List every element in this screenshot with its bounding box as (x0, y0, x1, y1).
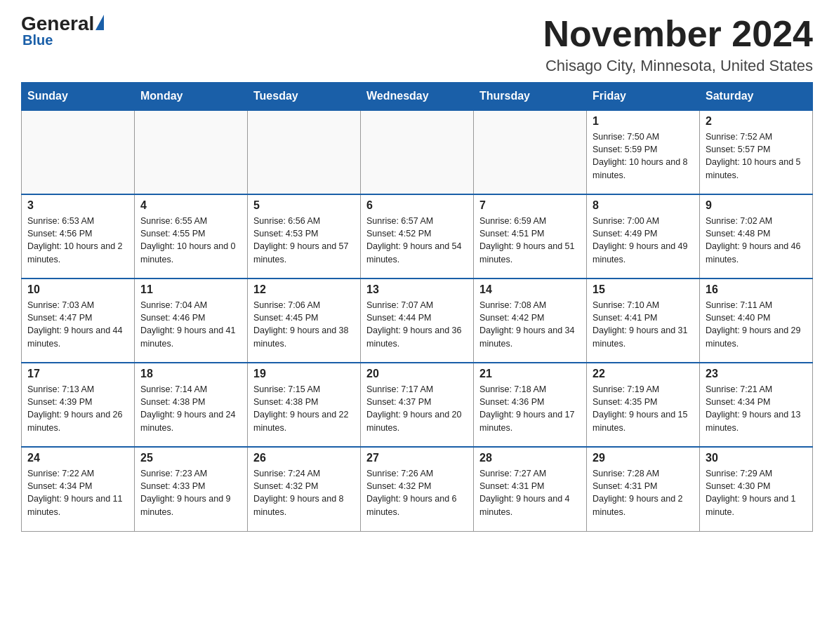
calendar-cell: 17Sunrise: 7:13 AM Sunset: 4:39 PM Dayli… (22, 363, 135, 447)
logo-general-text: General (21, 14, 94, 34)
day-number: 20 (366, 368, 468, 380)
day-info: Sunrise: 7:18 AM Sunset: 4:36 PM Dayligh… (479, 383, 581, 434)
day-info: Sunrise: 7:02 AM Sunset: 4:48 PM Dayligh… (706, 215, 807, 266)
calendar-header-thursday: Thursday (474, 83, 587, 111)
calendar-cell: 12Sunrise: 7:06 AM Sunset: 4:45 PM Dayli… (248, 279, 361, 363)
logo-blue-text: Blue (22, 32, 53, 48)
day-number: 25 (140, 452, 241, 464)
calendar-cell: 20Sunrise: 7:17 AM Sunset: 4:37 PM Dayli… (361, 363, 474, 447)
day-number: 28 (479, 452, 581, 464)
calendar-cell: 29Sunrise: 7:28 AM Sunset: 4:31 PM Dayli… (587, 447, 700, 531)
calendar-cell: 25Sunrise: 7:23 AM Sunset: 4:33 PM Dayli… (135, 447, 248, 531)
day-info: Sunrise: 6:53 AM Sunset: 4:56 PM Dayligh… (27, 215, 128, 266)
day-number: 12 (253, 283, 355, 296)
calendar-cell: 19Sunrise: 7:15 AM Sunset: 4:38 PM Dayli… (248, 363, 361, 447)
calendar-cell: 26Sunrise: 7:24 AM Sunset: 4:32 PM Dayli… (248, 447, 361, 531)
calendar-cell: 22Sunrise: 7:19 AM Sunset: 4:35 PM Dayli… (587, 363, 700, 447)
calendar-week-row: 1Sunrise: 7:50 AM Sunset: 5:59 PM Daylig… (22, 110, 813, 194)
calendar-header-friday: Friday (587, 83, 700, 111)
day-info: Sunrise: 7:27 AM Sunset: 4:31 PM Dayligh… (479, 467, 581, 518)
day-number: 3 (27, 199, 128, 212)
calendar-header-wednesday: Wednesday (361, 83, 474, 111)
day-info: Sunrise: 7:07 AM Sunset: 4:44 PM Dayligh… (366, 299, 468, 350)
day-number: 6 (366, 199, 468, 212)
day-number: 17 (27, 368, 128, 380)
day-info: Sunrise: 7:17 AM Sunset: 4:37 PM Dayligh… (366, 383, 468, 434)
day-info: Sunrise: 7:24 AM Sunset: 4:32 PM Dayligh… (253, 467, 355, 518)
calendar-cell (248, 110, 361, 194)
calendar-cell: 28Sunrise: 7:27 AM Sunset: 4:31 PM Dayli… (474, 447, 587, 531)
calendar-cell: 9Sunrise: 7:02 AM Sunset: 4:48 PM Daylig… (700, 194, 813, 279)
day-number: 4 (140, 199, 241, 212)
day-info: Sunrise: 7:03 AM Sunset: 4:47 PM Dayligh… (27, 299, 128, 350)
calendar-cell: 13Sunrise: 7:07 AM Sunset: 4:44 PM Dayli… (361, 279, 474, 363)
day-info: Sunrise: 7:21 AM Sunset: 4:34 PM Dayligh… (706, 383, 807, 434)
calendar-cell: 23Sunrise: 7:21 AM Sunset: 4:34 PM Dayli… (700, 363, 813, 447)
day-number: 10 (27, 283, 128, 296)
day-number: 26 (253, 452, 355, 464)
calendar-cell: 27Sunrise: 7:26 AM Sunset: 4:32 PM Dayli… (361, 447, 474, 531)
day-info: Sunrise: 7:14 AM Sunset: 4:38 PM Dayligh… (140, 383, 241, 434)
calendar-cell: 3Sunrise: 6:53 AM Sunset: 4:56 PM Daylig… (22, 194, 135, 279)
day-info: Sunrise: 7:15 AM Sunset: 4:38 PM Dayligh… (253, 383, 355, 434)
calendar-header-saturday: Saturday (700, 83, 813, 111)
day-info: Sunrise: 7:19 AM Sunset: 4:35 PM Dayligh… (593, 383, 694, 434)
day-info: Sunrise: 7:29 AM Sunset: 4:30 PM Dayligh… (706, 467, 807, 518)
day-number: 8 (593, 199, 694, 212)
calendar-cell: 7Sunrise: 6:59 AM Sunset: 4:51 PM Daylig… (474, 194, 587, 279)
day-number: 16 (706, 283, 807, 296)
day-info: Sunrise: 6:59 AM Sunset: 4:51 PM Dayligh… (479, 215, 581, 266)
day-number: 7 (479, 199, 581, 212)
day-info: Sunrise: 7:00 AM Sunset: 4:49 PM Dayligh… (593, 215, 694, 266)
day-number: 23 (706, 368, 807, 380)
calendar-table: SundayMondayTuesdayWednesdayThursdayFrid… (21, 82, 813, 532)
calendar-header-monday: Monday (135, 83, 248, 111)
calendar-week-row: 17Sunrise: 7:13 AM Sunset: 4:39 PM Dayli… (22, 363, 813, 447)
calendar-week-row: 3Sunrise: 6:53 AM Sunset: 4:56 PM Daylig… (22, 194, 813, 279)
day-number: 18 (140, 368, 241, 380)
calendar-cell: 4Sunrise: 6:55 AM Sunset: 4:55 PM Daylig… (135, 194, 248, 279)
calendar-cell: 30Sunrise: 7:29 AM Sunset: 4:30 PM Dayli… (700, 447, 813, 531)
day-number: 24 (27, 452, 128, 464)
logo-triangle-icon (95, 15, 104, 30)
calendar-cell: 10Sunrise: 7:03 AM Sunset: 4:47 PM Dayli… (22, 279, 135, 363)
day-number: 22 (593, 368, 694, 380)
day-info: Sunrise: 7:26 AM Sunset: 4:32 PM Dayligh… (366, 467, 468, 518)
day-info: Sunrise: 7:08 AM Sunset: 4:42 PM Dayligh… (479, 299, 581, 350)
header: General Blue November 2024 Chisago City,… (21, 14, 813, 75)
calendar-cell: 14Sunrise: 7:08 AM Sunset: 4:42 PM Dayli… (474, 279, 587, 363)
day-number: 19 (253, 368, 355, 380)
day-number: 11 (140, 283, 241, 296)
location-subtitle: Chisago City, Minnesota, United States (543, 57, 813, 75)
calendar-cell: 8Sunrise: 7:00 AM Sunset: 4:49 PM Daylig… (587, 194, 700, 279)
day-info: Sunrise: 7:04 AM Sunset: 4:46 PM Dayligh… (140, 299, 241, 350)
logo: General Blue (21, 14, 104, 48)
calendar-cell (474, 110, 587, 194)
day-number: 27 (366, 452, 468, 464)
calendar-week-row: 24Sunrise: 7:22 AM Sunset: 4:34 PM Dayli… (22, 447, 813, 531)
day-info: Sunrise: 7:28 AM Sunset: 4:31 PM Dayligh… (593, 467, 694, 518)
day-number: 15 (593, 283, 694, 296)
day-info: Sunrise: 6:55 AM Sunset: 4:55 PM Dayligh… (140, 215, 241, 266)
calendar-cell: 2Sunrise: 7:52 AM Sunset: 5:57 PM Daylig… (700, 110, 813, 194)
calendar-header-sunday: Sunday (22, 83, 135, 111)
calendar-cell: 11Sunrise: 7:04 AM Sunset: 4:46 PM Dayli… (135, 279, 248, 363)
day-info: Sunrise: 6:56 AM Sunset: 4:53 PM Dayligh… (253, 215, 355, 266)
month-title: November 2024 (543, 14, 813, 54)
day-info: Sunrise: 7:13 AM Sunset: 4:39 PM Dayligh… (27, 383, 128, 434)
calendar-cell (361, 110, 474, 194)
calendar-cell: 24Sunrise: 7:22 AM Sunset: 4:34 PM Dayli… (22, 447, 135, 531)
calendar-week-row: 10Sunrise: 7:03 AM Sunset: 4:47 PM Dayli… (22, 279, 813, 363)
day-number: 14 (479, 283, 581, 296)
day-number: 1 (593, 115, 694, 128)
calendar-header-row: SundayMondayTuesdayWednesdayThursdayFrid… (22, 83, 813, 111)
day-info: Sunrise: 6:57 AM Sunset: 4:52 PM Dayligh… (366, 215, 468, 266)
calendar-cell: 18Sunrise: 7:14 AM Sunset: 4:38 PM Dayli… (135, 363, 248, 447)
calendar-cell: 16Sunrise: 7:11 AM Sunset: 4:40 PM Dayli… (700, 279, 813, 363)
calendar-cell: 6Sunrise: 6:57 AM Sunset: 4:52 PM Daylig… (361, 194, 474, 279)
calendar-cell: 15Sunrise: 7:10 AM Sunset: 4:41 PM Dayli… (587, 279, 700, 363)
day-number: 29 (593, 452, 694, 464)
day-number: 2 (706, 115, 807, 128)
day-info: Sunrise: 7:23 AM Sunset: 4:33 PM Dayligh… (140, 467, 241, 518)
day-number: 13 (366, 283, 468, 296)
